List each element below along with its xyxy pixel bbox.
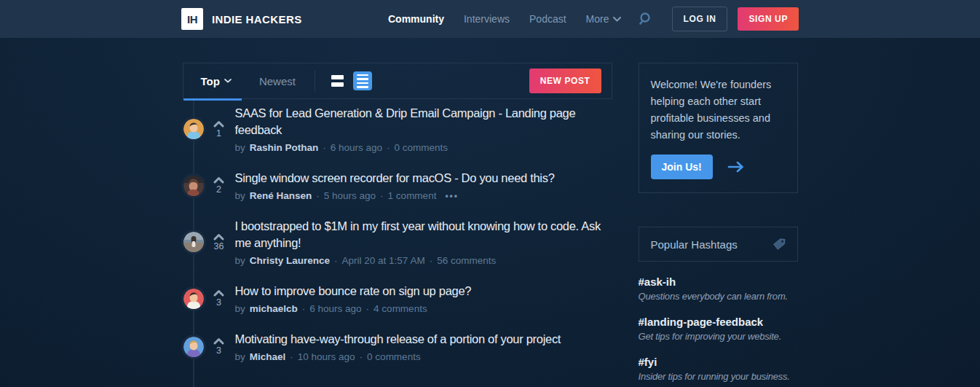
hashtag-description: Get tips for improving your website. — [639, 331, 798, 342]
welcome-box: Welcome! We're founders helping each oth… — [639, 63, 798, 193]
hashtag-item: #ask-ih Questions everybody can learn fr… — [639, 275, 798, 302]
post-author[interactable]: Christy Laurence — [250, 255, 330, 266]
avatar[interactable] — [183, 289, 204, 309]
vote-count: 36 — [214, 241, 224, 251]
hashtag-link[interactable]: #ask-ih — [639, 275, 798, 288]
hashtag-description: Insider tips for running your business. — [639, 371, 798, 382]
post-author[interactable]: René Hansen — [250, 190, 312, 201]
post-meta: by Christy Laurence · April 20 at 1:57 A… — [235, 255, 612, 266]
post-comments[interactable]: 1 comment — [388, 190, 437, 201]
nav-link-podcast[interactable]: Podcast — [529, 13, 566, 25]
post-comments[interactable]: 0 comments — [395, 142, 448, 153]
upvote-icon[interactable] — [213, 120, 224, 128]
top-navbar: IH INDIE HACKERS Community Interviews Po… — [0, 0, 980, 38]
hashtag-item: #landing-page-feedback Get tips for impr… — [639, 316, 798, 342]
compact-view-icon[interactable] — [328, 71, 347, 90]
avatar[interactable] — [183, 176, 204, 196]
post-time: April 20 at 1:57 AM — [342, 255, 425, 266]
join-us-button[interactable]: Join Us! — [651, 155, 713, 179]
vote-count: 3 — [216, 297, 221, 308]
tab-top[interactable]: Top — [183, 63, 242, 99]
post-time: 5 hours ago — [324, 190, 376, 201]
detailed-view-icon[interactable] — [353, 71, 372, 90]
indie-hackers-logo[interactable]: IH — [181, 8, 203, 30]
popular-hashtags-header: Popular Hashtags — [639, 227, 798, 262]
welcome-text: Welcome! We're founders helping each oth… — [651, 77, 786, 144]
tab-newest[interactable]: Newest — [242, 63, 306, 99]
logo-text: IH — [187, 13, 197, 26]
upvote-icon[interactable] — [213, 233, 224, 241]
signup-button[interactable]: SIGN UP — [738, 7, 799, 31]
search-icon[interactable] — [639, 12, 653, 26]
post-time: 6 hours ago — [309, 303, 361, 314]
hashtag-description: Questions everybody can learn from. — [639, 291, 798, 302]
post-comments[interactable]: 0 comments — [367, 351, 421, 362]
hashtag-link[interactable]: #fyi — [639, 356, 798, 368]
post-row: 36 I bootstrapped to $1M in my first yea… — [183, 218, 612, 266]
post-meta: by Michael · 10 hours ago · 0 comments — [235, 351, 612, 362]
post-time: 6 hours ago — [331, 142, 382, 153]
post-author[interactable]: michaelcb — [250, 303, 298, 314]
post-row: 3 Motivating have-way-through release of… — [183, 331, 612, 362]
chevron-down-icon — [224, 79, 232, 83]
post-list: 1 SAAS for Lead Generation & Drip Email … — [183, 105, 612, 362]
post-title[interactable]: How to improve bounce rate on sign up pa… — [235, 283, 603, 300]
post-comments[interactable]: 56 comments — [437, 255, 496, 266]
post-row: 2 Single window screen recorder for macO… — [183, 170, 612, 201]
brand-name[interactable]: INDIE HACKERS — [212, 13, 302, 26]
new-post-button[interactable]: NEW POST — [529, 69, 601, 93]
upvote-icon[interactable] — [213, 176, 224, 184]
post-author[interactable]: Rashin Pothan — [250, 142, 319, 153]
login-button[interactable]: LOG IN — [672, 7, 728, 31]
upvote-icon[interactable] — [213, 289, 224, 297]
divider — [315, 71, 315, 91]
popular-hashtags-title: Popular Hashtags — [651, 238, 738, 251]
post-row: 3 How to improve bounce rate on sign up … — [183, 283, 612, 314]
post-time: 10 hours ago — [298, 351, 355, 362]
post-title[interactable]: Single window screen recorder for macOS … — [235, 170, 603, 187]
post-comments[interactable]: 4 comments — [374, 303, 427, 314]
avatar[interactable] — [183, 119, 204, 139]
view-toggles — [328, 71, 372, 90]
hashtag-item: #fyi Insider tips for running your busin… — [639, 356, 798, 382]
vote-count: 3 — [216, 345, 221, 356]
post-title[interactable]: I bootstrapped to $1M in my first year w… — [235, 218, 603, 251]
post-title[interactable]: SAAS for Lead Generation & Drip Email Ca… — [235, 105, 603, 138]
chevron-down-icon — [613, 17, 621, 22]
post-meta: by Rashin Pothan · 6 hours ago · 0 comme… — [235, 142, 612, 153]
nav-link-interviews[interactable]: Interviews — [464, 13, 510, 25]
sidebar: Welcome! We're founders helping each oth… — [639, 63, 798, 382]
nav-links: Community Interviews Podcast More — [388, 13, 621, 25]
avatar[interactable] — [183, 337, 204, 357]
tag-icon — [771, 236, 787, 252]
post-row: 1 SAAS for Lead Generation & Drip Email … — [183, 105, 612, 153]
more-options-icon[interactable]: ••• — [445, 191, 459, 201]
post-meta: by René Hansen · 5 hours ago · 1 comment… — [235, 190, 612, 201]
feed-column: Top Newest NEW POST — [183, 63, 612, 382]
post-meta: by michaelcb · 6 hours ago · 4 comments — [235, 303, 612, 314]
nav-link-more[interactable]: More — [586, 13, 621, 25]
post-author[interactable]: Michael — [250, 351, 286, 362]
nav-link-community[interactable]: Community — [388, 13, 444, 25]
upvote-icon[interactable] — [213, 337, 224, 345]
vote-count: 2 — [216, 184, 221, 195]
post-title[interactable]: Motivating have-way-through release of a… — [235, 331, 603, 348]
avatar[interactable] — [183, 232, 204, 252]
main-content: Top Newest NEW POST — [183, 38, 798, 382]
feed-header: Top Newest NEW POST — [183, 63, 612, 99]
vote-count: 1 — [216, 128, 221, 138]
hashtag-link[interactable]: #landing-page-feedback — [639, 316, 798, 328]
arrow-right-icon[interactable] — [727, 161, 745, 173]
